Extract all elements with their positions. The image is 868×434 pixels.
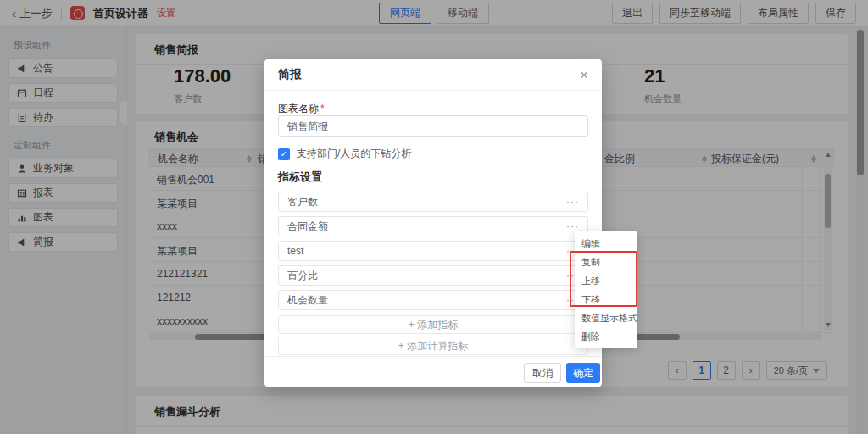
indicator-row-customer-count[interactable]: 客户数 ··· [278,192,588,212]
chart-name-label: 图表名称* [278,102,325,116]
modal-title: 简报 [278,67,302,82]
indicator-label: 合同金额 [287,220,328,234]
brief-modal: 简报 × 图表名称* ✓ 支持部门/人员的下钻分析 指标设置 客户数 ··· 合… [264,59,602,387]
menu-item-move-up[interactable]: 上移 [575,271,637,290]
menu-item-copy[interactable]: 复制 [575,253,637,271]
indicator-label: 百分比 [287,269,318,283]
indicator-label: test [287,245,303,257]
modal-header: 简报 × [264,59,602,91]
more-options-icon[interactable]: ··· [566,220,579,232]
close-icon[interactable]: × [580,68,588,82]
indicator-row-percentage[interactable]: 百分比 ··· [278,265,588,286]
add-indicator-button[interactable]: + 添加指标 [278,315,588,334]
indicator-row-contract-amount[interactable]: 合同金额 ··· [278,216,588,236]
checkbox-checked-icon[interactable]: ✓ [278,148,290,160]
required-asterisk: * [320,103,325,114]
indicator-label: 机会数量 [287,293,328,308]
add-calc-indicator-button[interactable]: + 添加计算指标 [278,337,588,355]
confirm-button[interactable]: 确定 [566,363,600,383]
checkbox-label: 支持部门/人员的下钻分析 [297,147,411,161]
menu-item-delete[interactable]: 删除 [575,327,637,346]
cancel-button[interactable]: 取消 [524,363,561,383]
more-options-icon[interactable]: ··· [566,196,579,208]
indicator-label: 客户数 [287,195,318,209]
menu-item-move-down[interactable]: 下移 [575,290,637,309]
indicator-row-opportunity-count[interactable]: 机会数量 ··· [278,290,588,310]
indicator-settings-label: 指标设置 [278,170,322,185]
homepage-designer-screen: ‹ 上一步 首页设计器 设置 网页端 移动端 退出 同步至移动端 布局属性 保存… [0,0,868,434]
menu-item-number-format[interactable]: 数值显示格式 [575,309,637,327]
menu-item-edit[interactable]: 编辑 [575,234,637,253]
chart-name-input[interactable] [278,115,588,137]
modal-footer: 取消 确定 [264,356,602,387]
indicator-row-test[interactable]: test ··· [278,241,588,261]
indicator-context-menu: 编辑 复制 上移 下移 数值显示格式 删除 [575,231,637,348]
drilldown-checkbox-row[interactable]: ✓ 支持部门/人员的下钻分析 [278,147,411,161]
label-text: 图表名称 [278,103,319,114]
